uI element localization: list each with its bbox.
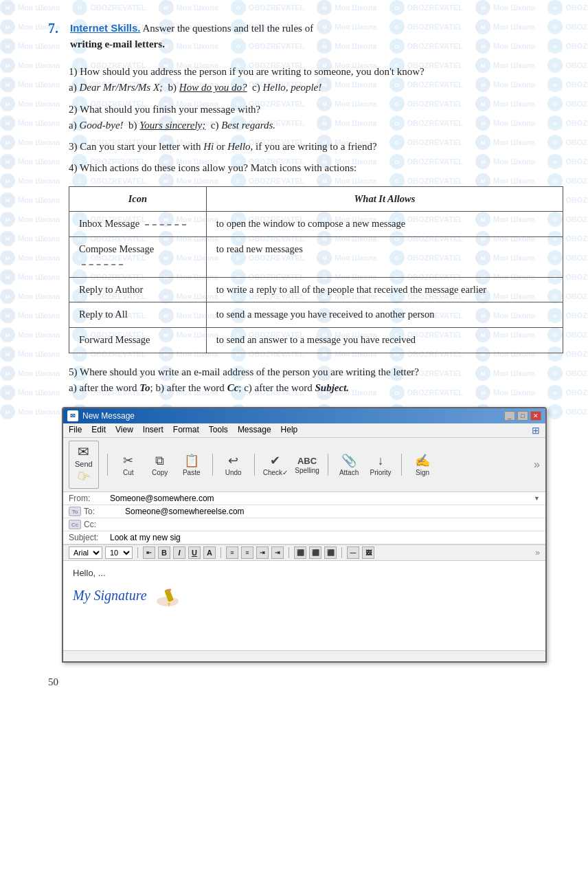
- font-size-select[interactable]: 10: [105, 546, 133, 559]
- indent-button[interactable]: ⇥: [256, 546, 269, 559]
- paste-label: Paste: [183, 469, 201, 476]
- sign-button[interactable]: ✍ Sign: [410, 453, 435, 476]
- question-1: 1) How should you address the person if …: [69, 64, 554, 96]
- email-window: ✉ New Message _ □ ✕ File Edit View Inser…: [62, 407, 547, 663]
- close-button[interactable]: ✕: [530, 411, 541, 421]
- check-button[interactable]: ✔ Check✓: [263, 453, 288, 476]
- maximize-button[interactable]: □: [517, 411, 528, 421]
- to-value[interactable]: Someone@somewhereelse.com: [125, 507, 540, 516]
- table-header-action: What It Allows: [206, 186, 563, 212]
- toolbar-separator-3: [254, 454, 255, 476]
- question-3: 3) Can you start your letter with Hi or …: [69, 139, 554, 155]
- page-number: 50: [48, 676, 554, 688]
- cc-label: Cc:: [84, 520, 125, 529]
- menu-edit[interactable]: Edit: [91, 425, 106, 436]
- spelling-button[interactable]: ABC Spelling: [295, 456, 319, 474]
- cut-button[interactable]: ✂ Cut: [116, 453, 141, 476]
- check-label: Check✓: [263, 469, 288, 476]
- email-window-title: New Message: [82, 411, 135, 421]
- cc-field-icon: Cc: [69, 520, 81, 529]
- email-body[interactable]: Hello, ... My Signature: [63, 561, 545, 650]
- image-button[interactable]: 🖼: [362, 546, 374, 559]
- from-value[interactable]: Someone@somewhere.com: [110, 494, 534, 503]
- minimize-button[interactable]: _: [504, 411, 515, 421]
- undo-button[interactable]: ↩ Undo: [221, 453, 246, 476]
- table-cell-icon: Forward Message: [69, 328, 207, 353]
- table-cell-action: to send an answer to a message you have …: [206, 328, 563, 353]
- cut-icon: ✂: [123, 453, 133, 468]
- questions-list: 1) How should you address the person if …: [69, 64, 554, 177]
- table-cell-icon: Reply to Author: [69, 277, 207, 302]
- menu-view[interactable]: View: [115, 425, 133, 436]
- menu-message[interactable]: Message: [238, 425, 271, 436]
- copy-button[interactable]: ⧉ Copy: [148, 454, 172, 476]
- menu-format[interactable]: Format: [173, 425, 199, 436]
- check-icon: ✔: [270, 453, 280, 468]
- attach-button[interactable]: 📎 Attach: [337, 453, 361, 476]
- question-5: 5) Where should you write an e-mail addr…: [69, 364, 554, 397]
- send-button[interactable]: ✉ Send ☞: [69, 441, 99, 489]
- align-right-button[interactable]: ⬛: [324, 546, 337, 559]
- bold-button[interactable]: B: [158, 546, 170, 559]
- attach-label: Attach: [339, 469, 359, 476]
- font-color-button[interactable]: A: [203, 546, 216, 559]
- email-statusbar: [63, 650, 545, 661]
- cut-label: Cut: [123, 469, 134, 476]
- indent-decrease-button[interactable]: ⇤: [143, 546, 155, 559]
- exercise-description2: writing e-mail letters.: [70, 38, 165, 49]
- send-icon: ✉: [78, 443, 89, 460]
- table-cell-action: to read new messages: [206, 237, 563, 278]
- table-cell-icon: Reply to All: [69, 302, 207, 328]
- exercise-title: Internet Skills. Answer the questions an…: [70, 21, 313, 52]
- hr-button[interactable]: —: [347, 546, 359, 559]
- toolbar-separator-4: [328, 454, 328, 476]
- email-window-controls[interactable]: _ □ ✕: [504, 411, 541, 421]
- menu-insert[interactable]: Insert: [143, 425, 163, 436]
- priority-button[interactable]: ↓ Priority: [368, 454, 393, 476]
- table-row: Forward Message to send an answer to a m…: [69, 328, 563, 353]
- indent2-button[interactable]: ⇥: [271, 546, 284, 559]
- bullets-button[interactable]: ≡: [226, 546, 238, 559]
- menu-file[interactable]: File: [69, 425, 82, 436]
- table-cell-icon: Inbox Message: [69, 212, 207, 237]
- sign-label: Sign: [416, 469, 429, 476]
- exercise-header: 7. Internet Skills. Answer the questions…: [48, 21, 554, 52]
- dashed-arrow-2: [82, 264, 123, 265]
- subject-field-row: Subject: Look at my new sig: [63, 531, 545, 544]
- paste-button[interactable]: 📋 Paste: [179, 453, 204, 476]
- subject-value[interactable]: Look at my new sig: [110, 533, 540, 542]
- undo-icon: ↩: [228, 453, 238, 468]
- table-row: Compose Message to read new messages: [69, 237, 563, 278]
- email-signature: My Signature: [73, 584, 536, 608]
- question-5-answers: a) after the word To; b) after the word …: [69, 382, 349, 393]
- question-4: 4) Which actions do these icons allow yo…: [69, 160, 554, 176]
- table-cell-action: to open the window to compose a new mess…: [206, 212, 563, 237]
- signature-pen-icon: [154, 584, 181, 608]
- email-titlebar: ✉ New Message _ □ ✕: [63, 408, 545, 423]
- italic-button[interactable]: I: [173, 546, 185, 559]
- from-label: From:: [69, 494, 110, 503]
- from-dropdown-icon[interactable]: ▼: [534, 495, 540, 502]
- to-label: To:: [84, 507, 125, 516]
- table-row: Reply to Author to write a reply to all …: [69, 277, 563, 302]
- table-cell-action: to write a reply to all of the people th…: [206, 277, 563, 302]
- numbering-button[interactable]: ≡: [241, 546, 253, 559]
- underline-button[interactable]: U: [188, 546, 201, 559]
- table-cell-action: to send a message you have received to a…: [206, 302, 563, 328]
- email-formatting-bar: Arial 10 ⇤ B I U A ≡ ≡ ⇥ ⇥ ⬛ ⬛ ⬛ — 🖼 »: [63, 545, 545, 561]
- align-left-button[interactable]: ⬛: [294, 546, 306, 559]
- menu-help[interactable]: Help: [281, 425, 298, 436]
- from-field-row: From: Someone@somewhere.com ▼: [63, 492, 545, 505]
- email-toolbar: ✉ Send ☞ ✂ Cut ⧉ Copy 📋 Paste ↩ Undo: [63, 438, 545, 492]
- exercise-description: Answer the questions and tell the rules …: [142, 23, 313, 34]
- align-center-button[interactable]: ⬛: [309, 546, 321, 559]
- copy-label: Copy: [152, 469, 168, 476]
- exercise-number: 7.: [48, 21, 63, 36]
- email-titlebar-left: ✉ New Message: [67, 410, 135, 421]
- dashed-arrow-1: [145, 224, 186, 225]
- font-select[interactable]: Arial: [69, 546, 102, 559]
- spelling-label: Spelling: [295, 467, 319, 474]
- cursor-hand-icon: ☞: [74, 467, 93, 488]
- priority-label: Priority: [370, 469, 392, 476]
- menu-tools[interactable]: Tools: [209, 425, 228, 436]
